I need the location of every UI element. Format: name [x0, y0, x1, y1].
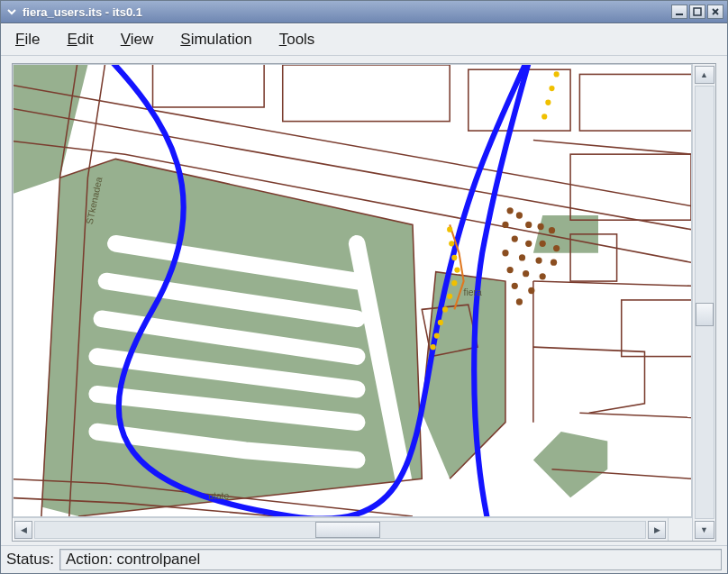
- horizontal-scrollbar[interactable]: ◀ ▶: [13, 517, 668, 541]
- svg-point-30: [451, 255, 457, 260]
- menu-view[interactable]: View: [115, 29, 159, 50]
- svg-point-32: [451, 280, 457, 286]
- svg-point-44: [512, 235, 518, 241]
- svg-point-36: [434, 333, 440, 338]
- svg-point-57: [516, 298, 523, 305]
- status-value: Action: controlpanel: [66, 551, 200, 569]
- vscroll-thumb[interactable]: [696, 303, 714, 326]
- svg-point-45: [525, 241, 532, 247]
- place-label: fiera: [464, 287, 482, 297]
- window-title: fiera_users.its - its0.1: [23, 5, 671, 19]
- svg-rect-1: [694, 8, 701, 15]
- svg-point-55: [512, 283, 518, 289]
- svg-point-38: [507, 207, 514, 214]
- svg-point-26: [545, 100, 551, 105]
- svg-point-51: [551, 260, 557, 266]
- menubar: File Edit View Simulation Tools: [1, 24, 727, 56]
- street-label-2: utate: [208, 491, 229, 501]
- hscroll-track[interactable]: [34, 521, 646, 539]
- menu-simulation[interactable]: Simulation: [175, 29, 257, 50]
- client-area: File Edit View Simulation Tools: [1, 23, 727, 573]
- titlebar[interactable]: fiera_users.its - its0.1: [1, 1, 727, 23]
- map-viewport[interactable]: STkenadea utate fiera: [13, 64, 692, 517]
- svg-point-29: [449, 241, 454, 246]
- svg-point-56: [528, 287, 534, 294]
- svg-point-54: [540, 273, 546, 279]
- scroll-corner: [668, 517, 692, 541]
- statusbar: Status: Action: controlpanel: [1, 545, 727, 573]
- menu-tools[interactable]: Tools: [274, 29, 321, 50]
- scroll-left-icon[interactable]: ◀: [14, 521, 32, 539]
- svg-point-41: [525, 222, 532, 228]
- status-field: Action: controlpanel: [59, 549, 722, 570]
- svg-rect-0: [676, 14, 683, 15]
- status-label: Status:: [6, 551, 56, 569]
- scroll-right-icon[interactable]: ▶: [648, 521, 666, 539]
- window-controls: [671, 5, 723, 19]
- hscroll-thumb[interactable]: [315, 522, 380, 538]
- menu-file[interactable]: File: [10, 29, 45, 50]
- svg-point-31: [454, 267, 460, 272]
- svg-point-48: [502, 250, 508, 256]
- svg-point-34: [442, 306, 448, 312]
- svg-point-49: [519, 254, 525, 260]
- menu-edit[interactable]: Edit: [61, 29, 98, 50]
- close-button[interactable]: [707, 5, 723, 19]
- svg-point-33: [447, 294, 452, 299]
- svg-point-37: [431, 344, 436, 350]
- svg-point-40: [502, 222, 508, 228]
- minimize-button[interactable]: [671, 5, 687, 19]
- svg-point-47: [553, 245, 560, 251]
- window-menu-icon[interactable]: [5, 5, 19, 19]
- maximize-button[interactable]: [689, 5, 705, 19]
- svg-point-27: [541, 114, 547, 119]
- svg-point-35: [438, 320, 443, 325]
- svg-point-53: [523, 270, 529, 277]
- svg-point-46: [540, 241, 546, 247]
- svg-point-52: [507, 267, 514, 273]
- svg-point-39: [516, 212, 523, 218]
- vertical-scrollbar[interactable]: ▲ ▼: [692, 64, 715, 541]
- svg-point-24: [554, 71, 560, 77]
- scroll-up-icon[interactable]: ▲: [695, 66, 714, 84]
- scroll-down-icon[interactable]: ▼: [695, 521, 714, 539]
- svg-point-28: [447, 227, 452, 232]
- app-window: fiera_users.its - its0.1 File Edit View …: [0, 0, 728, 574]
- content-area: STkenadea utate fiera ◀ ▶: [1, 56, 727, 545]
- canvas-frame: STkenadea utate fiera ◀ ▶: [12, 63, 716, 542]
- map-canvas: STkenadea utate fiera: [14, 65, 691, 516]
- vscroll-track[interactable]: [695, 86, 714, 519]
- svg-point-50: [535, 257, 541, 263]
- svg-point-42: [538, 223, 544, 230]
- svg-point-25: [549, 86, 554, 91]
- svg-point-43: [549, 227, 555, 233]
